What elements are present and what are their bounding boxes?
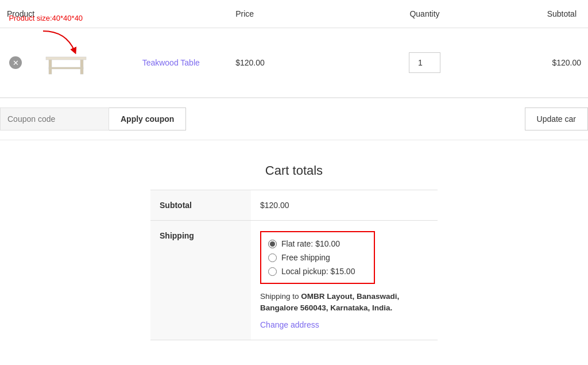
shipping-free-radio[interactable] (268, 253, 277, 262)
remove-item-button[interactable]: ✕ (9, 56, 22, 69)
shipping-local-radio[interactable] (268, 267, 277, 276)
product-size-label: Product size:40*40*40 (9, 14, 83, 22)
shipping-row: Shipping Flat rate: $10.00 Free shipping (150, 221, 438, 340)
shipping-label: Shipping (150, 221, 251, 340)
col-header-quantity: Quantity (359, 0, 490, 28)
shipping-option-flat: Flat rate: $10.00 (268, 239, 367, 248)
product-subtotal-cell: $120.00 (490, 28, 588, 98)
shipping-option-free: Free shipping (268, 253, 367, 262)
shipping-option-local: Local pickup: $15.00 (268, 267, 367, 276)
quantity-input[interactable] (409, 52, 440, 73)
totals-table: Subtotal $120.00 Shipping Flat rate: $10… (150, 190, 438, 340)
col-header-subtotal: Subtotal (490, 0, 588, 28)
product-image-wrapper: Product size:40*40*40 (43, 45, 95, 86)
shipping-options-cell: Flat rate: $10.00 Free shipping Local pi… (251, 221, 438, 340)
cart-table: Product Price Quantity Subtotal ✕ Produc… (0, 0, 588, 98)
coupon-input[interactable] (0, 107, 109, 130)
shipping-flat-rate-label[interactable]: Flat rate: $10.00 (281, 239, 340, 248)
shipping-address: Shipping to OMBR Layout, Banaswadi, Bang… (260, 291, 428, 314)
update-cart-button[interactable]: Update car (525, 107, 588, 130)
svg-rect-0 (46, 57, 86, 60)
apply-coupon-button[interactable]: Apply coupon (109, 107, 186, 130)
svg-rect-2 (80, 60, 83, 74)
change-address-link[interactable]: Change address (260, 320, 428, 329)
shipping-local-label[interactable]: Local pickup: $15.00 (281, 267, 355, 276)
product-name-cell: Teakwood Table (136, 28, 229, 98)
col-header-price: Price (229, 0, 359, 28)
subtotal-row: Subtotal $120.00 (150, 190, 438, 221)
cart-totals-box: Cart totals Subtotal $120.00 Shipping Fl… (150, 163, 438, 340)
product-link[interactable]: Teakwood Table (142, 58, 200, 67)
product-quantity-cell (359, 28, 490, 98)
shipping-options-box: Flat rate: $10.00 Free shipping Local pi… (260, 231, 375, 284)
arrow-icon (37, 28, 83, 57)
svg-rect-1 (49, 60, 52, 74)
coupon-row: Apply coupon Update car (0, 98, 588, 140)
shipping-free-label[interactable]: Free shipping (281, 253, 330, 262)
cart-totals-section: Cart totals Subtotal $120.00 Shipping Fl… (0, 163, 588, 340)
subtotal-value: $120.00 (251, 190, 438, 221)
subtotal-label: Subtotal (150, 190, 251, 221)
product-price-cell: $120.00 (229, 28, 359, 98)
shipping-address-prefix: Shipping to (260, 292, 301, 301)
svg-rect-3 (49, 67, 83, 69)
cart-totals-title: Cart totals (150, 163, 438, 178)
table-row: ✕ Product size:40*40*40 (0, 28, 588, 98)
page-wrapper: Product Price Quantity Subtotal ✕ Produc… (0, 0, 588, 365)
shipping-flat-rate-radio[interactable] (268, 240, 277, 248)
